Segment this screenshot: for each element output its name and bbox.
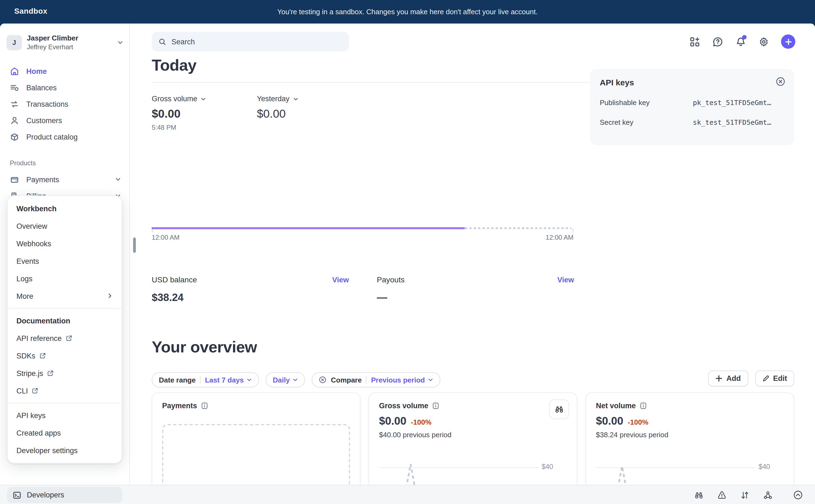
gross-volume-value: $0.00 (152, 107, 206, 120)
popup-item-logs[interactable]: Logs (8, 270, 121, 287)
popup-item-cli[interactable]: CLI (8, 382, 121, 399)
popup-item-sdks[interactable]: SDKs (8, 347, 121, 364)
sidebar-item-balances[interactable]: Balances (0, 79, 130, 96)
developers-label: Developers (27, 491, 64, 499)
account-name: Jasper Climber (27, 34, 112, 43)
gross-volume-selector[interactable]: Gross volume (152, 95, 206, 103)
box-icon (10, 132, 19, 141)
pencil-icon (762, 375, 769, 382)
sort-arrows-icon[interactable] (740, 490, 750, 500)
divider (366, 376, 367, 384)
usd-balance-value: $38.24 (152, 292, 349, 304)
divider (8, 308, 121, 309)
plus-icon (716, 375, 723, 382)
interval-value: Daily (273, 376, 290, 384)
today-heading: Today (152, 56, 196, 74)
collapse-chevron-icon[interactable] (793, 490, 803, 500)
sidebar-item-label: Customers (26, 116, 62, 124)
notification-dot (742, 35, 747, 39)
popup-item-api-reference[interactable]: API reference (8, 329, 121, 347)
popup-item-more[interactable]: More (8, 287, 121, 305)
search-bar[interactable] (152, 32, 349, 51)
secret-key-row: Secret key sk_test_51TFD5eGmt… (600, 118, 784, 126)
popup-item-webhooks[interactable]: Webhooks (8, 235, 121, 252)
divider (200, 376, 200, 384)
yesterday-selector[interactable]: Yesterday (257, 95, 298, 103)
sidebar-item-label: Transactions (26, 100, 68, 108)
customers-icon (10, 116, 19, 125)
popup-drag-handle[interactable] (133, 237, 136, 253)
yesterday-metric: Yesterday $0.00 (257, 95, 298, 120)
secret-key-value[interactable]: sk_test_51TFD5eGmt… (693, 118, 771, 126)
gross-volume-card-value: $0.00 (379, 415, 406, 427)
gross-volume-metric: Gross volume $0.00 5:48 PM (152, 95, 206, 131)
sidebar-item-product-catalog[interactable]: Product catalog (0, 129, 130, 145)
stripe-dashboard: Sandbox You're testing in a sandbox. Cha… (0, 0, 815, 504)
sidebar-item-label: Product catalog (26, 133, 78, 141)
payouts-value: — (377, 292, 574, 304)
create-plus-button[interactable] (781, 34, 795, 49)
chevron-down-icon (201, 96, 206, 102)
developers-popup-menu: Workbench Overview Webhooks Events Logs … (7, 195, 122, 464)
edit-button[interactable]: Edit (755, 370, 794, 386)
chart-start-label: 12:00 AM (152, 234, 179, 241)
account-switcher[interactable]: J Jasper Climber Jeffrey Everhart (7, 31, 123, 54)
payments-card-title: Payments (162, 402, 197, 410)
chevron-down-icon (115, 175, 121, 184)
chevron-down-icon (293, 377, 298, 383)
sidebar-item-transactions[interactable]: Transactions (0, 96, 130, 112)
binoculars-icon[interactable] (694, 490, 704, 500)
publishable-key-value[interactable]: pk_test_51TFD5eGmt… (693, 99, 771, 107)
home-icon (10, 66, 19, 76)
sidebar-item-customers[interactable]: Customers (0, 112, 130, 129)
popup-item-developer-settings[interactable]: Developer settings (8, 442, 121, 459)
sidebar-item-label: Payments (26, 175, 59, 184)
close-icon[interactable] (776, 77, 785, 89)
net-volume-card-delta: -100% (628, 418, 648, 426)
apps-grid-icon[interactable] (689, 36, 700, 47)
divider (8, 403, 121, 403)
search-input[interactable] (171, 37, 342, 46)
publishable-key-row: Publishable key pk_test_51TFD5eGmt… (600, 99, 784, 107)
balances-icon (10, 83, 19, 92)
sidebar-item-payments[interactable]: Payments (0, 171, 130, 188)
terminal-icon (13, 491, 21, 499)
sandbox-banner: Sandbox You're testing in a sandbox. Cha… (0, 0, 815, 24)
developers-toggle[interactable]: Developers (7, 487, 122, 503)
compare-label: Compare (331, 376, 362, 384)
search-icon (158, 37, 166, 46)
content-shell: J Jasper Climber Jeffrey Everhart Home B… (0, 24, 815, 504)
compare-filter[interactable]: Compare Previous period (312, 372, 440, 387)
info-icon[interactable] (432, 402, 439, 409)
info-icon[interactable] (201, 402, 208, 409)
inspect-binoculars-button[interactable] (549, 399, 569, 419)
date-range-filter[interactable]: Date range Last 7 days (152, 372, 259, 387)
help-icon[interactable] (712, 36, 723, 47)
info-icon[interactable] (640, 402, 647, 409)
popup-item-overview[interactable]: Overview (8, 217, 121, 235)
net-volume-card-title: Net volume (596, 402, 636, 410)
popup-item-created-apps[interactable]: Created apps (8, 424, 121, 442)
popup-item-stripejs[interactable]: Stripe.js (8, 364, 121, 382)
account-subtitle: Jeffrey Everhart (27, 43, 112, 51)
payouts-view-link[interactable]: View (557, 276, 574, 284)
transactions-icon (10, 99, 19, 109)
remove-compare-icon[interactable] (319, 376, 327, 384)
alert-triangle-icon[interactable] (717, 490, 727, 500)
webhook-nodes-icon[interactable] (763, 490, 773, 500)
products-section-label: Products (0, 145, 130, 171)
add-button[interactable]: Add (709, 370, 748, 386)
usd-balance-view-link[interactable]: View (332, 276, 349, 284)
interval-filter[interactable]: Daily (266, 372, 305, 387)
popup-item-events[interactable]: Events (8, 252, 121, 270)
notifications-bell-icon[interactable] (735, 36, 746, 47)
sidebar-item-home[interactable]: Home (0, 63, 130, 79)
settings-gear-icon[interactable] (758, 36, 769, 47)
popup-item-api-keys[interactable]: API keys (8, 407, 121, 424)
sidebar-item-label: Balances (26, 83, 57, 92)
secret-key-label: Secret key (600, 118, 693, 126)
external-link-icon (32, 387, 38, 394)
today-chart: 12:00 AM 12:00 AM (152, 226, 573, 242)
bottom-bar: Developers (0, 485, 815, 504)
date-range-value: Last 7 days (205, 376, 244, 384)
